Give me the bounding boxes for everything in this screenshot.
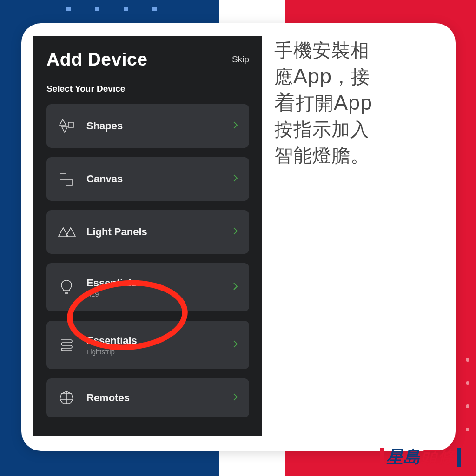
chevron-right-icon <box>232 120 239 132</box>
decor-dots-top <box>66 7 157 11</box>
device-row-shapes[interactable]: Shapes <box>46 104 249 148</box>
svg-marker-0 <box>60 119 66 125</box>
device-row-canvas[interactable]: Canvas <box>46 157 249 201</box>
bulb-icon <box>57 279 76 296</box>
device-label: Essentials <box>86 277 137 289</box>
device-label: Essentials <box>86 335 137 347</box>
shapes-icon <box>57 118 76 134</box>
device-row-essentials-lightstrip[interactable]: Essentials Lightstrip <box>46 321 249 369</box>
canvas-icon <box>57 171 76 187</box>
device-row-essentials-a19[interactable]: Essentials A19 <box>46 263 249 311</box>
caption-text: 手機安裝相 應App，接 着打開App 按指示加入 智能燈膽。 <box>262 36 443 438</box>
device-label: Light Panels <box>86 226 147 238</box>
page-title: Add Device <box>46 49 147 70</box>
caption-line: 着 <box>274 91 296 114</box>
device-row-remotes[interactable]: Remotes <box>46 378 249 417</box>
device-sublabel: A19 <box>86 290 137 298</box>
brand-text-a: 星島 <box>386 446 421 469</box>
light-panels-icon <box>57 225 76 239</box>
chevron-right-icon <box>232 173 239 185</box>
svg-rect-4 <box>66 179 72 185</box>
chevron-right-icon <box>232 392 239 403</box>
device-label: Shapes <box>86 120 123 132</box>
chevron-right-icon <box>232 226 239 238</box>
caption-line: ，接 <box>332 66 370 87</box>
caption-line: 智能燈膽。 <box>274 145 370 165</box>
phone-screenshot: Add Device Skip Select Your Device Shape… <box>33 36 262 436</box>
device-row-light-panels[interactable]: Light Panels <box>46 210 249 254</box>
caption-line: 應 <box>274 66 293 87</box>
lightstrip-icon <box>57 337 76 353</box>
brand-badge: 星島頭條 <box>380 446 461 469</box>
caption-line: 按指示加入 <box>274 119 370 139</box>
section-subtitle: Select Your Device <box>46 84 249 94</box>
device-label: Remotes <box>86 392 130 404</box>
decor-dots-right <box>466 358 469 431</box>
svg-marker-1 <box>68 122 73 127</box>
svg-marker-2 <box>62 127 67 132</box>
svg-rect-3 <box>60 173 66 179</box>
caption-line: App <box>293 64 332 88</box>
brand-text-b: 頭條 <box>421 446 455 469</box>
remotes-icon <box>57 390 76 406</box>
chevron-right-icon <box>232 282 239 293</box>
skip-button[interactable]: Skip <box>232 54 249 65</box>
chevron-right-icon <box>232 339 239 350</box>
device-label: Canvas <box>86 173 123 185</box>
content-card: Add Device Skip Select Your Device Shape… <box>21 23 456 451</box>
device-sublabel: Lightstrip <box>86 348 137 356</box>
caption-line: App <box>334 91 372 114</box>
caption-line: 手機安裝相 <box>274 40 370 60</box>
caption-line: 打開 <box>296 93 334 113</box>
